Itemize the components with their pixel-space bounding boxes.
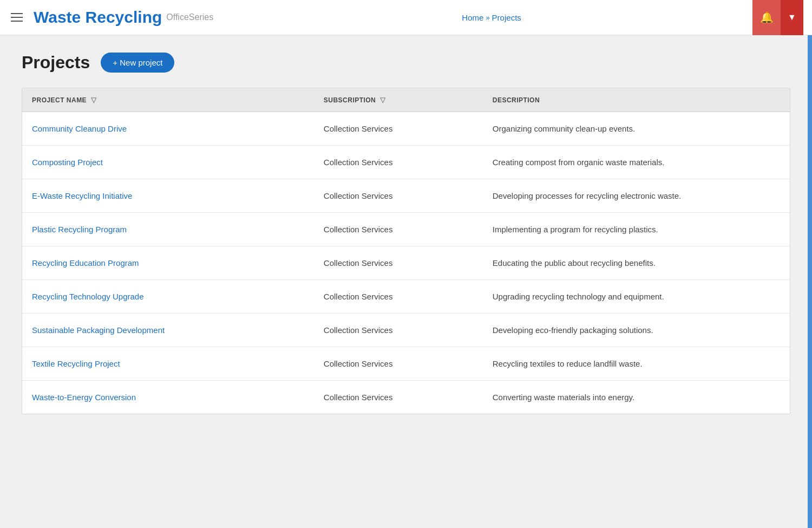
bell-icon: 🔔 <box>760 11 774 24</box>
app-subtitle: OfficeSeries <box>166 12 213 22</box>
page-header: Projects + New project <box>22 53 790 73</box>
table-header-row: PROJECT NAME ▽ SUBSCRIPTION ▽ DESCRIPTIO… <box>22 88 790 112</box>
hamburger-menu[interactable] <box>9 11 25 24</box>
description-cell: Developing eco-friendly packaging soluti… <box>483 314 790 347</box>
project-name-link[interactable]: Waste-to-Energy Conversion <box>32 393 136 402</box>
table-row: Plastic Recycling ProgramCollection Serv… <box>22 213 790 246</box>
header-actions: 🔔 ▼ <box>752 0 803 35</box>
description-cell: Organizing community clean-up events. <box>483 112 790 146</box>
project-name-link[interactable]: Recycling Technology Upgrade <box>32 292 144 301</box>
description-cell: Recycling textiles to reduce landfill wa… <box>483 347 790 381</box>
table-row: Community Cleanup DriveCollection Servic… <box>22 112 790 146</box>
description-cell: Developing processes for recycling elect… <box>483 179 790 213</box>
subscription-cell: Collection Services <box>314 112 483 146</box>
filter-icon-name[interactable]: ▽ <box>91 96 96 104</box>
subscription-cell: Collection Services <box>314 347 483 381</box>
table-row: Waste-to-Energy ConversionCollection Ser… <box>22 381 790 414</box>
projects-table: PROJECT NAME ▽ SUBSCRIPTION ▽ DESCRIPTIO… <box>22 88 790 414</box>
scrollbar-accent <box>808 35 812 432</box>
project-name-link[interactable]: E-Waste Recycling Initiative <box>32 191 132 200</box>
breadcrumb-home-link[interactable]: Home <box>462 13 483 22</box>
subscription-cell: Collection Services <box>314 146 483 179</box>
app-header: Waste Recycling OfficeSeries Home » Proj… <box>0 0 812 35</box>
col-header-name: PROJECT NAME ▽ <box>22 88 314 112</box>
project-name-link[interactable]: Composting Project <box>32 158 103 167</box>
description-cell: Educating the public about recycling ben… <box>483 246 790 280</box>
col-header-subscription: SUBSCRIPTION ▽ <box>314 88 483 112</box>
subscription-cell: Collection Services <box>314 246 483 280</box>
breadcrumb: Home » Projects <box>231 13 752 22</box>
description-cell: Implementing a program for recycling pla… <box>483 213 790 246</box>
header-dropdown-button[interactable]: ▼ <box>781 0 803 35</box>
project-name-link[interactable]: Textile Recycling Project <box>32 359 120 368</box>
breadcrumb-current: Projects <box>492 13 521 22</box>
description-cell: Converting waste materials into energy. <box>483 381 790 414</box>
page-title: Projects <box>22 53 90 73</box>
notification-bell-button[interactable]: 🔔 <box>752 0 781 35</box>
chevron-down-icon: ▼ <box>788 12 796 22</box>
table-row: Textile Recycling ProjectCollection Serv… <box>22 347 790 381</box>
page-content: Projects + New project PROJECT NAME ▽ SU… <box>0 35 812 432</box>
project-name-link[interactable]: Plastic Recycling Program <box>32 225 127 234</box>
projects-table-container: PROJECT NAME ▽ SUBSCRIPTION ▽ DESCRIPTIO… <box>22 88 790 414</box>
description-cell: Upgrading recycling technology and equip… <box>483 280 790 314</box>
breadcrumb-separator: » <box>486 14 489 22</box>
col-header-description: DESCRIPTION <box>483 88 790 112</box>
project-name-link[interactable]: Community Cleanup Drive <box>32 124 127 133</box>
subscription-cell: Collection Services <box>314 280 483 314</box>
table-row: Recycling Education ProgramCollection Se… <box>22 246 790 280</box>
subscription-cell: Collection Services <box>314 381 483 414</box>
filter-icon-subscription[interactable]: ▽ <box>380 96 385 104</box>
table-row: Recycling Technology UpgradeCollection S… <box>22 280 790 314</box>
app-title: Waste Recycling <box>34 8 162 27</box>
subscription-cell: Collection Services <box>314 213 483 246</box>
table-row: Composting ProjectCollection ServicesCre… <box>22 146 790 179</box>
description-cell: Creating compost from organic waste mate… <box>483 146 790 179</box>
table-row: Sustainable Packaging DevelopmentCollect… <box>22 314 790 347</box>
subscription-cell: Collection Services <box>314 314 483 347</box>
new-project-button[interactable]: + New project <box>101 53 174 73</box>
project-name-link[interactable]: Recycling Education Program <box>32 258 139 268</box>
table-row: E-Waste Recycling InitiativeCollection S… <box>22 179 790 213</box>
project-name-link[interactable]: Sustainable Packaging Development <box>32 325 165 335</box>
subscription-cell: Collection Services <box>314 179 483 213</box>
